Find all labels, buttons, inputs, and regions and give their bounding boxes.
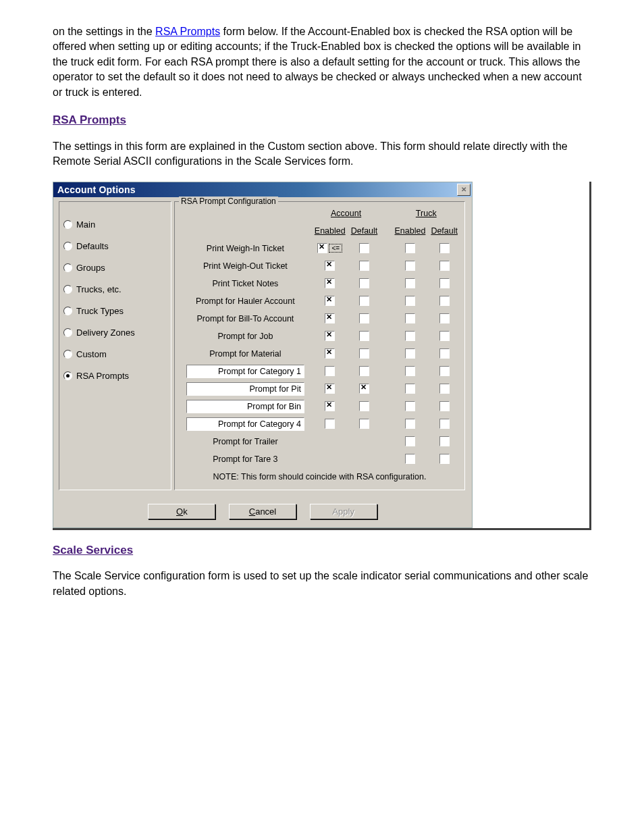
sidebar-item-truck-types[interactable]: Truck Types xyxy=(63,306,168,316)
text: ancel xyxy=(255,506,276,517)
checkbox[interactable] xyxy=(359,348,369,359)
checkbox[interactable] xyxy=(439,384,450,394)
checkbox[interactable] xyxy=(405,296,415,306)
checkbox[interactable] xyxy=(325,331,335,341)
paragraph-scale-services: The Scale Service configuration form is … xyxy=(53,569,591,599)
config-row: Prompt for Pit xyxy=(179,380,460,398)
row-label: Prompt for Material xyxy=(179,345,312,363)
checkbox[interactable] xyxy=(359,419,369,429)
checkbox[interactable] xyxy=(439,278,450,288)
config-row: Prompt for Hauler Account xyxy=(179,292,460,310)
checkbox[interactable] xyxy=(405,261,415,271)
close-button[interactable]: ✕ xyxy=(457,184,471,196)
checkbox[interactable] xyxy=(439,261,450,271)
checkbox[interactable] xyxy=(405,436,415,446)
apply-button[interactable]: Apply xyxy=(310,504,377,519)
checkbox[interactable] xyxy=(325,313,335,323)
checkbox[interactable] xyxy=(405,313,415,323)
checkbox[interactable] xyxy=(325,384,335,394)
checkbox[interactable] xyxy=(359,243,369,253)
sidebar-item-groups[interactable]: Groups xyxy=(63,263,168,273)
checkbox[interactable] xyxy=(405,401,415,411)
link-rsa-prompts[interactable]: RSA Prompts xyxy=(155,26,220,37)
config-row: Prompt for Bill-To Account xyxy=(179,310,460,328)
checkbox[interactable] xyxy=(405,384,415,394)
text: on the settings in the xyxy=(53,26,155,37)
sidebar-item-label: RSA Prompts xyxy=(76,371,129,381)
editable-prompt-label[interactable]: Prompt for Pit xyxy=(186,382,304,396)
editable-prompt-label[interactable]: Prompt for Bin xyxy=(186,400,304,413)
checkbox[interactable] xyxy=(325,366,335,376)
checkbox[interactable] xyxy=(359,384,369,394)
config-row: Prompt for Trailer xyxy=(179,433,460,450)
checkbox[interactable] xyxy=(405,454,415,464)
col-truck-default: Default xyxy=(428,222,460,240)
config-row: Prompt for Material xyxy=(179,345,460,363)
editable-prompt-label[interactable]: Prompt for Category 1 xyxy=(186,365,304,378)
group-rsa-prompt-config: RSA Prompt Configuration Account Truck E… xyxy=(174,201,465,490)
cancel-button[interactable]: Cancel xyxy=(229,504,296,519)
checkbox[interactable] xyxy=(439,348,450,359)
config-row: Prompt for Category 1 xyxy=(179,363,460,380)
checkbox[interactable] xyxy=(359,296,369,306)
checkbox[interactable] xyxy=(405,243,415,253)
config-row: Prompt for Tare 3 xyxy=(179,450,460,468)
radio-indicator xyxy=(63,328,72,337)
sidebar-item-label: Defaults xyxy=(76,241,109,251)
checkbox[interactable] xyxy=(439,243,450,253)
col-account-default: Default xyxy=(348,222,381,240)
checkbox[interactable] xyxy=(405,419,415,429)
checkbox[interactable] xyxy=(439,454,450,464)
radio-indicator xyxy=(63,285,72,294)
checkbox[interactable] xyxy=(325,401,335,411)
sidebar-item-label: Delivery Zones xyxy=(76,328,135,338)
config-row: Prompt for Bin xyxy=(179,398,460,415)
row-label: Prompt for Trailer xyxy=(179,433,312,450)
sidebar-item-defaults[interactable]: Defaults xyxy=(63,241,168,251)
checkbox[interactable] xyxy=(325,261,335,271)
button-row: Ok Cancel Apply xyxy=(53,497,472,527)
radio-indicator xyxy=(63,307,72,315)
editable-prompt-label[interactable]: Prompt for Category 4 xyxy=(186,417,304,431)
row-label: Print Ticket Notes xyxy=(179,275,312,292)
checkbox[interactable] xyxy=(359,366,369,376)
config-row: Print Weigh-In Ticket<= xyxy=(179,240,460,257)
sidebar-item-label: Groups xyxy=(76,263,105,273)
sidebar-item-main[interactable]: Main xyxy=(63,219,168,230)
sidebar-item-trucks-etc-[interactable]: Trucks, etc. xyxy=(63,284,168,294)
checkbox[interactable] xyxy=(405,348,415,359)
heading-scale-services: Scale Services xyxy=(53,542,591,558)
sidebar-item-custom[interactable]: Custom xyxy=(63,349,168,359)
row-label: Prompt for Bill-To Account xyxy=(179,310,312,328)
checkbox[interactable] xyxy=(439,419,450,429)
checkbox[interactable] xyxy=(359,313,369,323)
sidebar-item-rsa-prompts[interactable]: RSA Prompts xyxy=(63,371,168,381)
checkbox[interactable] xyxy=(439,366,450,376)
column-group-truck: Truck xyxy=(392,205,460,222)
checkbox[interactable] xyxy=(359,401,369,411)
dialog-account-options: Account Options ✕ MainDefaultsGroupsTruc… xyxy=(53,182,473,528)
checkbox[interactable] xyxy=(359,278,369,288)
sidebar-item-label: Main xyxy=(76,219,95,230)
checkbox[interactable] xyxy=(317,243,327,253)
radio-indicator xyxy=(63,350,72,359)
ok-button[interactable]: Ok xyxy=(148,504,215,519)
checkbox[interactable] xyxy=(439,436,450,446)
checkbox[interactable] xyxy=(359,331,369,341)
checkbox[interactable] xyxy=(325,419,335,429)
checkbox[interactable] xyxy=(439,401,450,411)
checkbox[interactable] xyxy=(439,331,450,341)
config-row: Prompt for Job xyxy=(179,328,460,345)
checkbox[interactable] xyxy=(325,296,335,306)
text: k xyxy=(183,506,188,517)
sidebar-item-delivery-zones[interactable]: Delivery Zones xyxy=(63,328,168,338)
checkbox[interactable] xyxy=(405,366,415,376)
checkbox[interactable] xyxy=(325,348,335,359)
checkbox[interactable] xyxy=(439,296,450,306)
checkbox[interactable] xyxy=(359,261,369,271)
checkbox[interactable] xyxy=(439,313,450,323)
row-label: Prompt for Job xyxy=(179,328,312,345)
checkbox[interactable] xyxy=(325,278,335,288)
checkbox[interactable] xyxy=(405,278,415,288)
checkbox[interactable] xyxy=(405,331,415,341)
